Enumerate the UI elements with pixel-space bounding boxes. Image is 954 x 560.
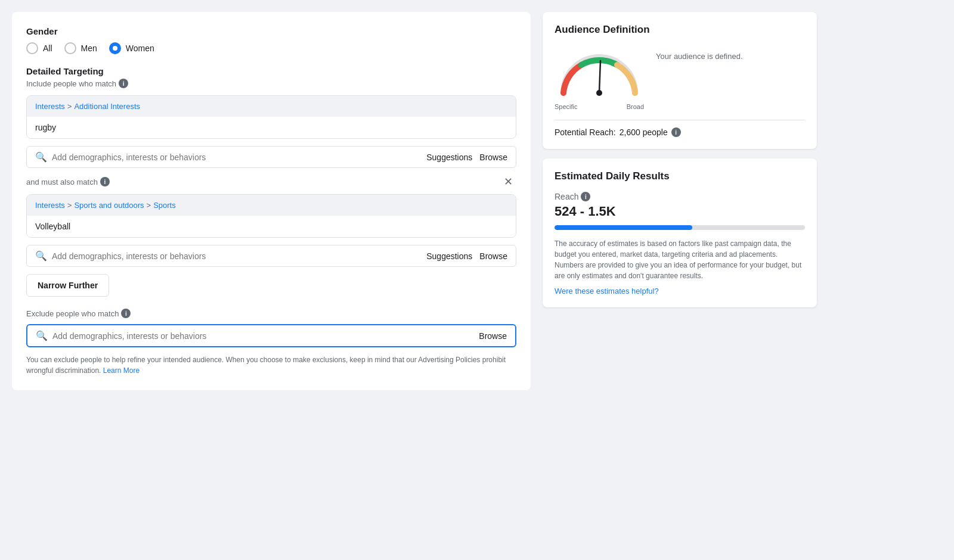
include-label: Include people who match i <box>26 79 516 88</box>
browse-btn-3[interactable]: Browse <box>479 331 507 341</box>
search-input-exclude[interactable] <box>52 331 474 341</box>
breadcrumb-additional-interests[interactable]: Additional Interests <box>74 102 140 111</box>
audience-defined-text: Your audience is defined. <box>656 45 743 62</box>
reach-value: 524 - 1.5K <box>555 204 805 219</box>
helpful-link[interactable]: Were these estimates helpful? <box>555 287 659 295</box>
search-actions-2: Suggestions Browse <box>426 251 507 261</box>
search-input-2[interactable] <box>52 251 422 261</box>
exclude-info-icon[interactable]: i <box>121 309 131 318</box>
radio-men[interactable] <box>64 42 76 54</box>
search-row-2[interactable]: 🔍 Suggestions Browse <box>26 245 516 267</box>
gauge-labels: Specific Broad <box>555 103 644 110</box>
second-tag: Volleyball <box>35 222 70 231</box>
broad-label: Broad <box>627 103 644 110</box>
first-tag: rugby <box>35 123 56 132</box>
and-match-row: and must also match i ✕ <box>26 175 516 188</box>
narrow-further-button[interactable]: Narrow Further <box>26 274 109 297</box>
exclude-label: Exclude people who match i <box>26 309 516 318</box>
breadcrumb-sports[interactable]: Sports <box>153 201 176 210</box>
search-actions-3: Browse <box>479 331 507 341</box>
detailed-targeting-title: Detailed Targeting <box>26 66 516 76</box>
gender-option-women[interactable]: Women <box>109 42 154 54</box>
second-targeting-box: Interests > Sports and outdoors > Sports… <box>26 194 516 238</box>
gender-title: Gender <box>26 26 516 36</box>
gender-option-men[interactable]: Men <box>64 42 97 54</box>
reach-label: Reach i <box>555 192 805 201</box>
potential-reach-info-icon[interactable]: i <box>671 127 681 137</box>
gender-options: All Men Women <box>26 42 516 54</box>
radio-women[interactable] <box>109 42 121 54</box>
suggestions-btn-1[interactable]: Suggestions <box>426 153 472 162</box>
estimates-note: The accuracy of estimates is based on fa… <box>555 238 805 281</box>
svg-point-1 <box>596 90 602 96</box>
breadcrumb-sep-2: > <box>67 201 72 210</box>
search-row-1[interactable]: 🔍 Suggestions Browse <box>26 146 516 168</box>
right-panel: Audience Definition <box>543 12 817 390</box>
gender-option-all[interactable]: All <box>26 42 52 54</box>
potential-reach: Potential Reach: 2,600 people i <box>555 120 805 137</box>
breadcrumb-sep-1: > <box>67 102 72 111</box>
gauge-svg <box>555 45 644 99</box>
left-panel: Gender All Men Women Detailed Targeting <box>12 12 531 390</box>
gender-label-women: Women <box>126 43 154 53</box>
search-icon-2: 🔍 <box>35 250 47 262</box>
reach-bar-fill <box>555 225 692 230</box>
breadcrumb-interests-1[interactable]: Interests <box>35 102 65 111</box>
breadcrumb-sports-outdoors[interactable]: Sports and outdoors <box>74 201 144 210</box>
search-row-exclude[interactable]: 🔍 Browse <box>26 324 516 347</box>
audience-definition-title: Audience Definition <box>555 24 805 36</box>
gender-section: Gender All Men Women <box>26 26 516 54</box>
and-match-label: and must also match i <box>26 177 110 186</box>
second-breadcrumb-row: Interests > Sports and outdoors > Sports <box>27 195 516 216</box>
search-icon-1: 🔍 <box>35 151 47 163</box>
browse-btn-2[interactable]: Browse <box>479 251 507 261</box>
browse-btn-1[interactable]: Browse <box>479 153 507 162</box>
and-match-info-icon[interactable]: i <box>100 177 110 186</box>
first-tag-row: rugby <box>27 117 516 138</box>
detailed-targeting-section: Detailed Targeting Include people who ma… <box>26 66 516 376</box>
first-targeting-box: Interests > Additional Interests rugby <box>26 95 516 139</box>
estimated-daily-title: Estimated Daily Results <box>555 170 805 182</box>
exclude-note: You can exclude people to help refine yo… <box>26 354 516 376</box>
close-and-match-button[interactable]: ✕ <box>500 175 516 188</box>
svg-line-0 <box>599 61 600 93</box>
specific-label: Specific <box>555 103 578 110</box>
radio-all[interactable] <box>26 42 38 54</box>
second-tag-row: Volleyball <box>27 216 516 237</box>
search-input-1[interactable] <box>52 153 422 162</box>
gender-label-all: All <box>43 43 52 53</box>
first-breadcrumb-row: Interests > Additional Interests <box>27 96 516 117</box>
search-icon-3: 🔍 <box>36 330 48 341</box>
gauge-container: Specific Broad <box>555 45 644 110</box>
gauge-section: Specific Broad Your audience is defined. <box>555 45 805 110</box>
suggestions-btn-2[interactable]: Suggestions <box>426 251 472 261</box>
reach-bar-wrap <box>555 225 805 230</box>
include-info-icon[interactable]: i <box>119 79 128 88</box>
reach-info-icon[interactable]: i <box>581 192 590 201</box>
breadcrumb-sep-3: > <box>147 201 151 210</box>
breadcrumb-interests-2[interactable]: Interests <box>35 201 65 210</box>
gender-label-men: Men <box>81 43 97 53</box>
learn-more-link[interactable]: Learn More <box>103 366 140 375</box>
potential-reach-value: 2,600 people <box>620 127 668 137</box>
audience-definition-card: Audience Definition <box>543 12 817 149</box>
search-actions-1: Suggestions Browse <box>426 153 507 162</box>
estimated-daily-card: Estimated Daily Results Reach i 524 - 1.… <box>543 158 817 307</box>
